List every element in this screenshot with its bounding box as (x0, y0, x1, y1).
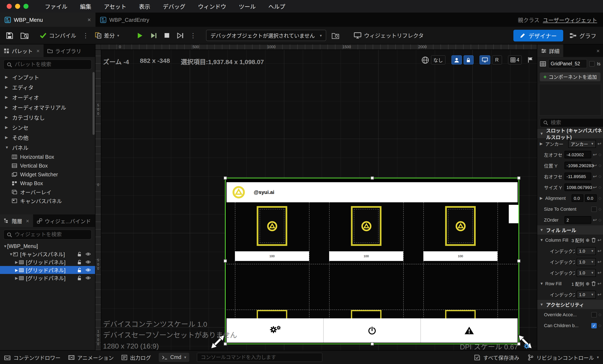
play-button[interactable] (135, 30, 145, 40)
palette-item-wrap-box[interactable]: Wrap Box (0, 179, 95, 188)
selection-handle[interactable] (224, 259, 227, 263)
tab-hierarchy[interactable]: 階層 × (0, 214, 33, 227)
reset-icon[interactable]: ↩ (598, 259, 601, 265)
bind-diamond-icon[interactable]: ◇ (598, 153, 601, 157)
tree-item-grid-panel-1[interactable]: ▶ [グリッドパネル] (0, 258, 95, 266)
palette-search-input[interactable] (15, 62, 88, 67)
alignment-y-input[interactable]: 0.0 (585, 194, 597, 202)
designer-mode-button[interactable]: デザイナー (514, 30, 563, 41)
palette-category-synth[interactable]: ▶シンセ (0, 122, 95, 132)
hierarchy-search-input[interactable] (15, 232, 88, 237)
tree-item-grid-panel-3[interactable]: ▶ [グリッドパネル] (0, 274, 95, 282)
reset-icon[interactable]: ↩ (593, 217, 597, 223)
revision-control-button[interactable]: リビジョンコントロール ▾ (528, 353, 599, 361)
menu-debug[interactable]: デバッグ (156, 2, 192, 11)
can-children-checkbox[interactable]: ✓ (591, 323, 597, 328)
tree-item-wbp-menu[interactable]: ▼ [WBP_Menu] (0, 242, 95, 250)
index-dropdown[interactable]: 1.0▾ (577, 258, 596, 266)
lock-preview-button[interactable] (463, 55, 473, 65)
bind-diamond-icon[interactable]: ◇ (598, 196, 601, 200)
widget-reflector-button[interactable]: ウィジェットリフレクタ (352, 30, 425, 41)
details-search-input[interactable] (551, 120, 603, 126)
selection-handle[interactable] (517, 259, 521, 263)
unlock-icon[interactable] (77, 268, 82, 272)
palette-category-audio[interactable]: ▶オーディオ (0, 92, 95, 102)
section-fill-rules[interactable]: ▼ フィル ルール (537, 225, 603, 235)
menu-tools[interactable]: ツール (232, 2, 262, 11)
flow-direction-button[interactable]: なし (431, 55, 445, 65)
close-icon[interactable]: × (88, 16, 91, 23)
frame-skip-button[interactable] (149, 31, 159, 40)
index-dropdown[interactable]: 1.0▾ (577, 291, 596, 298)
output-log-button[interactable]: 出力ログ (121, 353, 151, 361)
close-window-button[interactable] (7, 4, 12, 9)
menu-edit[interactable]: 編集 (74, 2, 98, 11)
palette-item-vertical-box[interactable]: Vertical Box (0, 161, 95, 170)
widget-canvas-selection[interactable]: @syui.ai 100 (225, 178, 519, 344)
chevron-down-icon[interactable]: ▼ (540, 238, 544, 242)
position-y-input[interactable]: -1098.290283 (565, 162, 591, 169)
left-offset-input[interactable]: -4.02002 (565, 151, 591, 158)
console-type-dropdown[interactable]: Cmd ▾ (159, 353, 189, 362)
reset-icon[interactable]: ↩ (598, 237, 601, 243)
tab-details[interactable]: 詳細 (537, 44, 563, 57)
menu-view[interactable]: 表示 (133, 2, 156, 11)
palette-category-audiomaterial[interactable]: ▶オーディオマテリアル (0, 102, 95, 112)
close-icon[interactable]: × (596, 47, 603, 54)
tab-wbp-menu[interactable]: WBP_Menu × (0, 12, 95, 27)
palette-item-horizontal-box[interactable]: Horizontal Box (0, 153, 95, 161)
menu-window[interactable]: ウィンドウ (192, 2, 232, 11)
bind-diamond-icon[interactable]: ◇ (598, 174, 601, 178)
menu-asset[interactable]: アセット (98, 2, 133, 11)
add-element-icon[interactable]: ⊕ (586, 281, 589, 286)
reset-icon[interactable]: ↩ (598, 292, 601, 297)
tab-library[interactable]: ライブラリ (43, 44, 85, 57)
bind-diamond-icon[interactable]: ◇ (598, 185, 601, 189)
chevron-down-icon[interactable]: ▼ (540, 282, 544, 286)
close-icon[interactable]: × (26, 218, 29, 224)
palette-category-input[interactable]: ▶インプット (0, 72, 95, 82)
chevron-right-icon[interactable]: ▶ (540, 141, 544, 146)
debug-object-dropdown[interactable]: デバッグオブジェクトが選択されていません ▾ (206, 30, 326, 41)
unlock-icon[interactable] (77, 252, 82, 257)
chevron-right-icon[interactable]: ▶ (540, 196, 544, 200)
palette-category-other[interactable]: ▶その他 (0, 132, 95, 142)
close-icon[interactable]: × (36, 47, 40, 54)
section-slot[interactable]: ▼ スロット (キャンバスパネルスロット) (537, 129, 603, 138)
selection-handle[interactable] (517, 176, 521, 180)
palette-category-editor[interactable]: ▶エディタ (0, 82, 95, 92)
palette-scrollbar[interactable] (93, 72, 95, 135)
reset-icon[interactable]: ↩ (598, 270, 601, 275)
reset-icon[interactable]: ↩ (598, 141, 601, 146)
console-command-input[interactable] (197, 353, 323, 362)
tab-palette[interactable]: パレット × (0, 44, 43, 57)
index-dropdown[interactable]: 1.0▾ (577, 247, 596, 255)
is-variable-checkbox[interactable] (589, 61, 595, 66)
unlock-icon[interactable] (77, 259, 82, 265)
save-button[interactable] (4, 30, 15, 41)
hierarchy-search[interactable] (3, 230, 92, 240)
reset-icon[interactable]: ↩ (593, 185, 597, 190)
selection-handle[interactable] (371, 342, 374, 346)
browse-debug-object-button[interactable] (330, 30, 341, 40)
dpi-settings-gear-icon[interactable] (523, 343, 530, 350)
tab-wbp-cardentry[interactable]: WBP_CardEntry (95, 12, 154, 27)
bind-diamond-icon[interactable]: ◇ (598, 207, 601, 211)
selection-handle[interactable] (224, 176, 227, 180)
chevron-right-icon[interactable]: ▶ (15, 268, 19, 272)
add-component-button[interactable]: + コンポーネントを追加 (540, 72, 601, 81)
eye-icon[interactable] (85, 268, 91, 272)
play-options-kebab[interactable]: ⋮ (189, 32, 197, 39)
tree-item-grid-panel-2-selected[interactable]: ▶ [グリッドパネル] (0, 266, 95, 274)
tree-item-canvas-panel[interactable]: ▼ [キャンバスパネル] (0, 250, 95, 258)
section-accessibility[interactable]: ▼ アクセシビリティ (537, 300, 603, 309)
chevron-right-icon[interactable]: ▶ (15, 260, 19, 264)
diff-button[interactable]: 差分 ▾ (93, 30, 121, 41)
unlock-icon[interactable] (77, 275, 82, 281)
compile-button[interactable]: コンパイル (38, 30, 78, 41)
widget-name-input[interactable] (548, 59, 587, 68)
palette-item-widget-switcher[interactable]: Widget Switcher (0, 170, 95, 179)
chevron-down-icon[interactable]: ▼ (9, 252, 13, 256)
trash-icon[interactable] (591, 281, 596, 286)
palette-category-uncategorized[interactable]: ▶カテゴリなし (0, 112, 95, 122)
